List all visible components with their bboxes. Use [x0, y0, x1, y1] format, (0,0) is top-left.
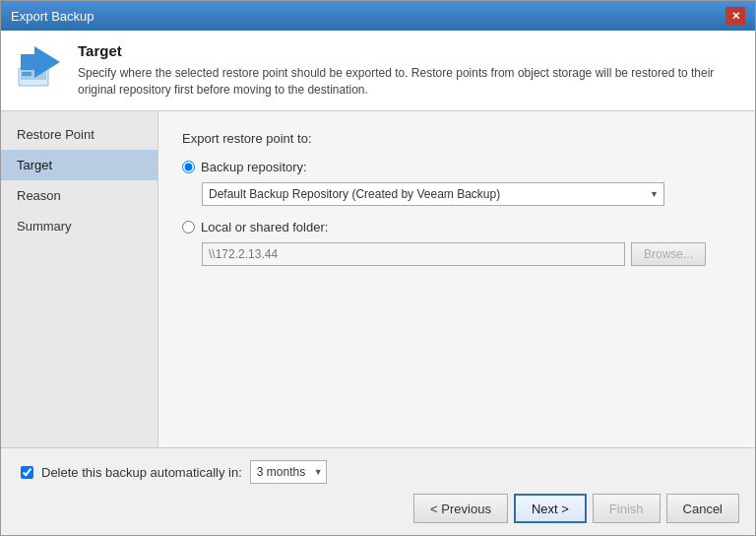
local-folder-radio-row: Local or shared folder: — [182, 220, 731, 234]
section-title: Export restore point to: — [182, 131, 731, 146]
delete-label[interactable]: Delete this backup automatically in: — [41, 465, 242, 480]
local-folder-label[interactable]: Local or shared folder: — [201, 220, 328, 234]
header-icon — [17, 42, 64, 90]
backup-repo-label[interactable]: Backup repository: — [201, 160, 307, 174]
sidebar-item-reason[interactable]: Reason — [1, 180, 158, 211]
backup-repo-group: Backup repository: Default Backup Reposi… — [182, 160, 731, 206]
finish-button[interactable]: Finish — [593, 494, 661, 523]
delete-row: Delete this backup automatically in: 3 m… — [17, 460, 739, 484]
previous-button[interactable]: < Previous — [413, 494, 508, 523]
header-title: Target — [78, 42, 739, 59]
sidebar-item-reason-label: Reason — [17, 188, 61, 203]
export-backup-window: Export Backup ✕ Target Specify where the… — [0, 0, 756, 536]
sidebar: Restore Point Target Reason Summary — [1, 111, 158, 447]
button-row: < Previous Next > Finish Cancel — [17, 494, 739, 523]
backup-repo-radio-row: Backup repository: — [182, 160, 731, 174]
sidebar-item-summary[interactable]: Summary — [1, 211, 158, 241]
sidebar-item-restore-point-label: Restore Point — [17, 127, 94, 142]
backup-repo-radio[interactable] — [182, 161, 195, 173]
cancel-button[interactable]: Cancel — [666, 494, 739, 523]
content-area: Restore Point Target Reason Summary Expo… — [1, 111, 755, 447]
folder-input[interactable] — [202, 242, 625, 266]
sidebar-item-target[interactable]: Target — [1, 150, 158, 180]
repo-select[interactable]: Default Backup Repository (Created by Ve… — [202, 182, 664, 206]
window-title: Export Backup — [11, 9, 94, 24]
svg-rect-2 — [22, 72, 32, 76]
repo-dropdown-row: Default Backup Repository (Created by Ve… — [202, 182, 731, 206]
close-button[interactable]: ✕ — [725, 7, 745, 25]
sidebar-item-summary-label: Summary — [17, 219, 72, 234]
footer-area: Delete this backup automatically in: 3 m… — [1, 447, 755, 535]
target-icon-svg — [17, 42, 64, 90]
header-text: Target Specify where the selected restor… — [78, 42, 739, 99]
repo-select-wrapper: Default Backup Repository (Created by Ve… — [202, 182, 664, 206]
sidebar-item-restore-point[interactable]: Restore Point — [1, 119, 158, 150]
header-area: Target Specify where the selected restor… — [1, 31, 755, 111]
delete-checkbox[interactable] — [21, 466, 33, 479]
months-select[interactable]: 3 months1 month6 months1 year — [250, 460, 327, 484]
next-button[interactable]: Next > — [514, 494, 587, 523]
main-content: Export restore point to: Backup reposito… — [158, 111, 755, 447]
local-folder-radio[interactable] — [182, 221, 195, 234]
header-description: Specify where the selected restore point… — [78, 65, 739, 99]
title-bar: Export Backup ✕ — [1, 1, 755, 31]
months-select-wrapper: 3 months1 month6 months1 year — [250, 460, 327, 484]
local-folder-group: Local or shared folder: Browse... — [182, 220, 731, 266]
browse-button[interactable]: Browse... — [631, 242, 706, 266]
sidebar-item-target-label: Target — [17, 158, 52, 172]
folder-input-row: Browse... — [202, 242, 731, 266]
